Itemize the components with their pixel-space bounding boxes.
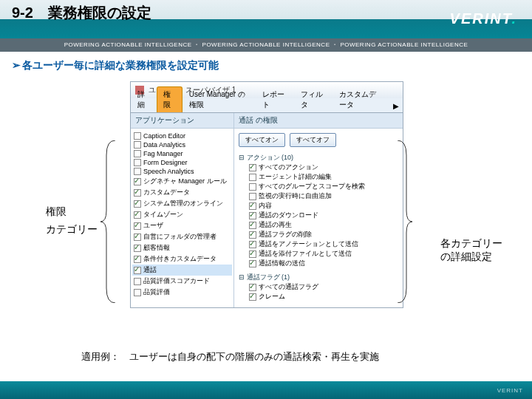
category-item[interactable]: Form Designer xyxy=(132,158,232,167)
checkbox[interactable] xyxy=(249,260,256,267)
category-label: カスタムデータ xyxy=(143,188,190,197)
category-label: 顧客情報 xyxy=(143,243,170,253)
tree-item[interactable]: エージェント詳細の編集 xyxy=(239,172,398,182)
tree-item[interactable]: 通話のダウンロード xyxy=(239,211,398,220)
category-item[interactable]: 条件付きカスタムデータ xyxy=(132,253,232,265)
tab-2[interactable]: User Manager の権限 xyxy=(183,86,256,112)
tab-4[interactable]: フィルタ xyxy=(294,86,332,112)
tab-1[interactable]: 権限 xyxy=(157,86,183,112)
category-item[interactable]: Fag Manager xyxy=(132,149,232,158)
label-detail: 各カテゴリーの詳細設定 xyxy=(440,236,502,263)
checkbox[interactable] xyxy=(134,267,141,274)
tree-item[interactable]: 通話を添付ファイルとして送信 xyxy=(239,249,398,259)
tree-item-label: 通話を添付ファイルとして送信 xyxy=(259,249,352,259)
slide-header: 9-2 業務権限の設定 VERINT. xyxy=(0,0,532,38)
tree-group-title[interactable]: ⊟ 通話フラグ (1) xyxy=(239,273,398,282)
checkbox[interactable] xyxy=(249,164,256,171)
category-list: Caption EditorData AnalyticsFag ManagerF… xyxy=(131,129,233,301)
tree-item[interactable]: 通話をアノテーションとして送信 xyxy=(239,239,398,249)
checkbox[interactable] xyxy=(249,174,256,181)
tree-item[interactable]: クレーム xyxy=(239,292,398,301)
category-item[interactable]: 顧客情報 xyxy=(132,242,232,253)
tree-group-title[interactable]: ⊟ アクション (10) xyxy=(239,153,398,163)
checkbox[interactable] xyxy=(249,193,256,200)
all-on-button[interactable]: すべてオン xyxy=(239,133,285,147)
category-item[interactable]: 品質評価スコアカード xyxy=(132,276,232,287)
left-panel: アプリケーション Caption EditorData AnalyticsFag… xyxy=(131,113,234,307)
checkbox[interactable] xyxy=(134,222,141,230)
tree-item-label: すべての通話フラグ xyxy=(259,282,318,292)
tab-overflow-icon[interactable]: ▶ xyxy=(389,99,403,112)
checkbox[interactable] xyxy=(249,212,256,219)
tab-0[interactable]: 詳細 xyxy=(131,86,157,112)
checkbox[interactable] xyxy=(134,211,141,219)
checkbox[interactable] xyxy=(134,150,141,157)
category-item[interactable]: Caption Editor xyxy=(132,132,232,140)
checkbox[interactable] xyxy=(249,293,256,301)
checkbox[interactable] xyxy=(134,233,141,241)
category-label: ユーザ xyxy=(143,221,163,231)
checkbox[interactable] xyxy=(134,132,141,140)
tree-item[interactable]: 監視の実行時に自由追加 xyxy=(239,191,398,201)
tree-item-label: 内容 xyxy=(259,201,272,211)
tree-item-label: エージェント詳細の編集 xyxy=(259,172,332,182)
checkbox[interactable] xyxy=(134,278,141,285)
category-label: Fag Manager xyxy=(143,150,183,157)
checkbox[interactable] xyxy=(249,241,256,248)
category-label: 品質評価スコアカード xyxy=(143,276,210,286)
checkbox[interactable] xyxy=(249,250,256,258)
category-item[interactable]: ユーザ xyxy=(132,220,232,231)
category-label: Data Analytics xyxy=(143,141,185,149)
checkbox[interactable] xyxy=(134,159,141,166)
category-label: 自営にフォルダの管理者 xyxy=(143,232,216,242)
tree-item[interactable]: 通話情報の送信 xyxy=(239,259,398,268)
category-label: Caption Editor xyxy=(143,132,185,140)
checkbox[interactable] xyxy=(134,289,141,296)
category-label: Speech Analytics xyxy=(143,168,194,175)
footer-note: 適用例： ユーザーは自身の配下の階層のみの通話検索・再生を実施 xyxy=(81,350,379,364)
checkbox[interactable] xyxy=(134,189,141,197)
category-item[interactable]: Speech Analytics xyxy=(132,167,232,176)
tree-item[interactable]: すべてのアクション xyxy=(239,163,398,172)
tree-item[interactable]: 通話フラグの削除 xyxy=(239,230,398,239)
tree-item[interactable]: 通話の再生 xyxy=(239,220,398,230)
checkbox[interactable] xyxy=(134,200,141,208)
bottom-bar: VERINT xyxy=(0,381,532,399)
category-item[interactable]: Data Analytics xyxy=(132,140,232,149)
tree-item-label: すべてのアクション xyxy=(259,163,318,172)
category-item[interactable]: システム管理のオンライン xyxy=(132,198,232,209)
category-item[interactable]: 品質評価 xyxy=(132,287,232,298)
checkbox[interactable] xyxy=(134,141,141,149)
category-item[interactable]: 自営にフォルダの管理者 xyxy=(132,231,232,242)
category-item[interactable]: カスタムデータ xyxy=(132,187,232,198)
category-label: 条件付きカスタムデータ xyxy=(143,254,216,264)
checkbox[interactable] xyxy=(249,222,256,229)
category-label: タイムゾーン xyxy=(143,210,183,219)
tree-item-label: クレーム xyxy=(259,292,285,301)
checkbox[interactable] xyxy=(134,178,141,185)
bullet-summary: 各ユーザー毎に詳細な業務権限を設定可能 xyxy=(12,59,520,72)
tree-item[interactable]: すべてのグループとスコープを検索 xyxy=(239,182,398,191)
checkbox[interactable] xyxy=(249,183,256,191)
tree-item-label: 通話のダウンロード xyxy=(259,211,318,220)
category-item[interactable]: 通話 xyxy=(132,265,232,276)
checkbox[interactable] xyxy=(249,231,256,239)
all-off-button[interactable]: すべてオフ xyxy=(290,133,336,147)
category-label: Form Designer xyxy=(143,159,188,166)
tree-item[interactable]: すべての通話フラグ xyxy=(239,282,398,292)
tab-3[interactable]: レポート xyxy=(256,86,294,112)
brace-left xyxy=(100,140,118,303)
checkbox[interactable] xyxy=(249,284,256,291)
bottom-logo: VERINT xyxy=(497,387,523,394)
label-permission: 権限 xyxy=(46,205,66,219)
right-panel-header: 通話 の権限 xyxy=(234,113,403,129)
category-item[interactable]: シグネチャ Manager ルール xyxy=(132,176,232,187)
category-label: シグネチャ Manager ルール xyxy=(143,177,227,186)
checkbox[interactable] xyxy=(134,245,141,252)
checkbox[interactable] xyxy=(134,168,141,175)
checkbox[interactable] xyxy=(249,202,256,210)
checkbox[interactable] xyxy=(134,256,141,263)
tree-item[interactable]: 内容 xyxy=(239,201,398,211)
category-item[interactable]: タイムゾーン xyxy=(132,209,232,220)
tab-5[interactable]: カスタムデータ xyxy=(332,86,389,112)
